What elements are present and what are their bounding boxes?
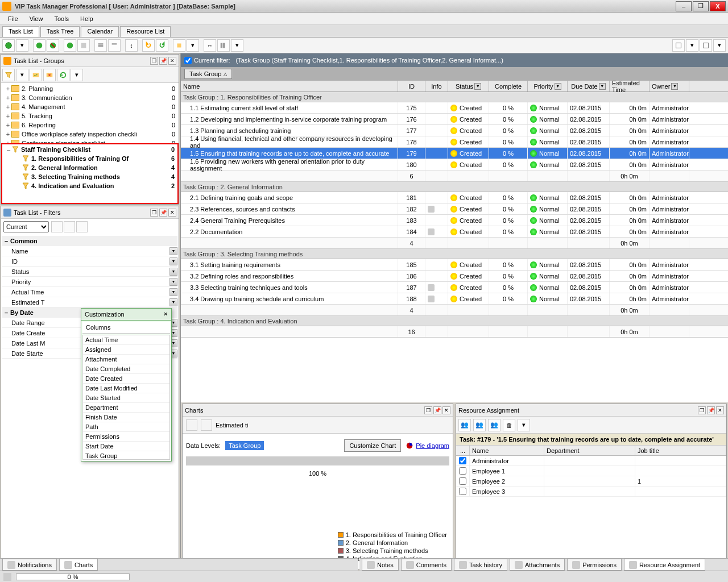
toolbar-dropdown[interactable]: ▾ bbox=[187, 39, 199, 52]
customization-item[interactable]: Department bbox=[83, 403, 169, 413]
assign-add-icon[interactable]: 👥 bbox=[458, 419, 471, 431]
expand-icon[interactable]: + bbox=[5, 122, 11, 128]
column-header-duedate[interactable]: Due Date▼ bbox=[568, 81, 610, 92]
column-header-info[interactable]: Info bbox=[425, 81, 448, 92]
col-job-title[interactable]: Job title bbox=[635, 446, 726, 455]
toolbar-export[interactable] bbox=[173, 39, 185, 52]
tree-item[interactable]: +6. Reporting0 bbox=[2, 120, 177, 130]
dropdown-icon[interactable]: ▼ bbox=[169, 268, 177, 276]
assignment-row[interactable]: Employee 3 bbox=[456, 487, 726, 497]
customization-item[interactable]: Permissions bbox=[83, 432, 169, 442]
panel-close-icon[interactable]: ✕ bbox=[442, 406, 450, 414]
filter-property[interactable]: Status▼ bbox=[2, 267, 177, 277]
customization-item[interactable]: Date Completed bbox=[83, 364, 169, 374]
refresh-icon[interactable] bbox=[57, 69, 69, 81]
task-row[interactable]: 2.4 General Training Prerequisites183Cre… bbox=[181, 215, 728, 226]
customization-item[interactable]: Date Created bbox=[83, 374, 169, 384]
customization-item[interactable]: Finish Date bbox=[83, 413, 169, 422]
toolbar-btn[interactable] bbox=[700, 39, 712, 52]
dropdown-icon[interactable]: ▼ bbox=[169, 247, 177, 255]
filter-icon[interactable] bbox=[51, 221, 63, 232]
tree-item[interactable]: –Staff Training Checklist0 bbox=[3, 145, 177, 154]
toolbar-dropdown[interactable]: ▾ bbox=[16, 39, 28, 52]
assign-remove-icon[interactable]: 👥 bbox=[473, 419, 486, 431]
toolbar-columns[interactable] bbox=[217, 39, 230, 52]
tab-task-list[interactable]: Task List bbox=[2, 26, 39, 37]
expand-icon[interactable]: + bbox=[5, 113, 11, 119]
panel-close-icon[interactable]: ✕ bbox=[168, 57, 176, 65]
task-row[interactable]: 3.1 Setting training requirements185Crea… bbox=[181, 259, 728, 271]
tab-task-tree[interactable]: Task Tree bbox=[40, 26, 80, 37]
assignment-row[interactable]: Employee 1 bbox=[456, 466, 726, 476]
toolbar-btn[interactable] bbox=[77, 39, 90, 52]
folder-filter-icon[interactable] bbox=[2, 69, 15, 81]
toolbar-undo[interactable] bbox=[142, 39, 155, 52]
column-header-owner[interactable]: Owner▼ bbox=[650, 81, 689, 92]
column-header-complete[interactable]: Complete bbox=[489, 81, 528, 92]
assignment-checkbox[interactable] bbox=[459, 467, 466, 475]
tab-resource-list[interactable]: Resource List bbox=[120, 26, 171, 37]
expand-icon[interactable]: + bbox=[5, 85, 11, 92]
task-row[interactable]: 1.6 Providing new workers with general o… bbox=[181, 159, 728, 171]
assignment-row[interactable]: Administrator bbox=[456, 456, 726, 466]
dropdown-icon[interactable]: ▼ bbox=[555, 83, 561, 90]
collapse-icon[interactable]: – bbox=[2, 309, 10, 316]
minimize-button[interactable]: – bbox=[676, 1, 692, 11]
folder-check-icon[interactable] bbox=[30, 69, 42, 81]
dropdown-icon[interactable]: ▼ bbox=[599, 83, 606, 90]
customization-item[interactable]: Attachment bbox=[83, 355, 169, 364]
tree-item[interactable]: +Office workplace safety inspection chec… bbox=[2, 130, 177, 139]
bottom-tab[interactable]: Charts bbox=[59, 559, 98, 571]
task-row[interactable]: 3.4 Drawing up training schedule and cur… bbox=[181, 293, 728, 305]
toolbar-dropdown[interactable]: ▾ bbox=[686, 39, 698, 52]
expand-icon[interactable]: – bbox=[5, 146, 12, 153]
dropdown-icon[interactable]: ▼ bbox=[169, 278, 177, 286]
toolbar-btn[interactable] bbox=[47, 39, 59, 52]
col-name[interactable]: Name bbox=[470, 446, 544, 455]
task-row[interactable]: 2.3 References, sources and contacts182C… bbox=[181, 203, 728, 215]
tree-item[interactable]: +2. Planning0 bbox=[2, 84, 177, 93]
task-row[interactable]: 2.1 Defining training goals and scope181… bbox=[181, 192, 728, 203]
group-header-row[interactable]: Task Group : 2. General Information bbox=[181, 182, 728, 192]
tree-item[interactable]: +4. Management0 bbox=[2, 102, 177, 111]
dropdown-icon[interactable]: ▼ bbox=[671, 83, 678, 90]
group-by-bar[interactable]: Task Group△ bbox=[181, 67, 728, 81]
toolbar-dropdown[interactable]: ▾ bbox=[71, 69, 83, 81]
toolbar-redo[interactable] bbox=[156, 39, 168, 52]
bottom-tab[interactable]: Comments bbox=[401, 559, 452, 571]
filter-clear-icon[interactable] bbox=[76, 221, 88, 232]
tree-item[interactable]: +5. Tracking0 bbox=[2, 111, 177, 120]
task-row[interactable]: 2.2 Documentation184Created0 %Normal02.0… bbox=[181, 226, 728, 238]
toolbar-hresize[interactable]: ↔ bbox=[204, 39, 216, 52]
panel-pin-icon[interactable]: 📌 bbox=[159, 57, 167, 65]
toolbar-btn[interactable] bbox=[94, 39, 107, 52]
col-department[interactable]: Department bbox=[544, 446, 635, 455]
expand-icon[interactable]: + bbox=[5, 94, 11, 101]
assignment-checkbox[interactable] bbox=[459, 457, 466, 464]
customization-item[interactable]: Date Started bbox=[83, 393, 169, 403]
menu-file[interactable]: File bbox=[3, 14, 23, 23]
column-header-name[interactable]: Name bbox=[181, 81, 398, 92]
task-row[interactable]: 3.2 Defining roles and responsibilities1… bbox=[181, 271, 728, 282]
filter-add-icon[interactable] bbox=[64, 221, 75, 232]
bottom-tab[interactable]: Notifications bbox=[2, 559, 57, 571]
dropdown-icon[interactable]: ▼ bbox=[169, 298, 177, 306]
toolbar-btn[interactable] bbox=[2, 39, 15, 52]
data-level-pill[interactable]: Task Group bbox=[225, 441, 264, 450]
toolbar-dropdown[interactable]: ▾ bbox=[16, 69, 28, 81]
assign-edit-icon[interactable]: 👥 bbox=[488, 419, 500, 431]
filter-property[interactable]: ID▼ bbox=[2, 256, 177, 267]
print-icon[interactable] bbox=[186, 419, 197, 431]
menu-view[interactable]: View bbox=[25, 14, 48, 23]
dropdown-icon[interactable]: ▼ bbox=[169, 288, 177, 296]
customization-item[interactable]: Assigned bbox=[83, 345, 169, 355]
collapse-icon[interactable]: – bbox=[2, 238, 10, 244]
customization-item[interactable]: Task Group bbox=[83, 451, 169, 460]
group-header-row[interactable]: Task Group : 4. Indication and Evaluatio… bbox=[181, 316, 728, 326]
panel-close-icon[interactable]: ✕ bbox=[716, 406, 724, 414]
filter-current-select[interactable]: Current bbox=[3, 221, 49, 232]
task-row[interactable]: 1.1 Estimating current skill level of st… bbox=[181, 102, 728, 114]
filter-section-header[interactable]: –Common bbox=[2, 236, 177, 246]
folder-delete-icon[interactable] bbox=[43, 69, 56, 81]
panel-restore-icon[interactable]: ❐ bbox=[150, 57, 158, 65]
